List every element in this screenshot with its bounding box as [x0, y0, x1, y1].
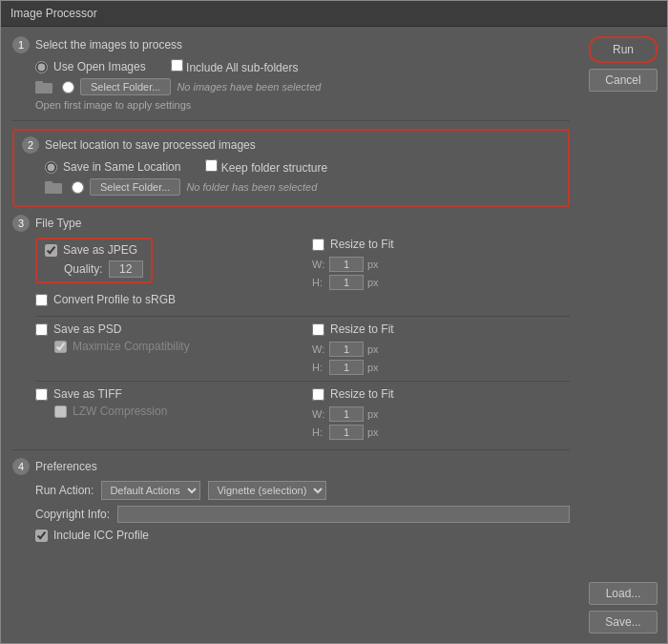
select-folder-button-2[interactable]: Select Folder...: [90, 178, 180, 196]
resize-fit-tiff-label: Resize to Fit: [330, 387, 394, 401]
w-label-jpeg: W:: [312, 259, 325, 270]
resize-fit-jpeg-checkbox[interactable]: [312, 239, 324, 251]
run-button[interactable]: Run: [589, 36, 658, 63]
px-label-jpeg-h: px: [367, 277, 379, 288]
px-label-psd-h: px: [367, 362, 379, 373]
use-open-images-radio[interactable]: [35, 61, 48, 73]
default-actions-select[interactable]: Default Actions: [101, 481, 200, 500]
save-as-tiff-checkbox[interactable]: [35, 388, 48, 401]
section-2-box: 2 Select location to save processed imag…: [12, 129, 570, 207]
height-input-psd[interactable]: [329, 360, 364, 375]
resize-fit-tiff-checkbox[interactable]: [312, 388, 324, 401]
left-panel: 1 Select the images to process Use Open …: [1, 27, 581, 643]
section-4-number: 4: [12, 458, 30, 475]
convert-srgb-label: Convert Profile to sRGB: [53, 293, 176, 306]
title-bar: Image Processor: [1, 1, 667, 27]
window-title: Image Processor: [10, 7, 97, 20]
section-4-title: Preferences: [35, 460, 97, 473]
save-as-psd-label: Save as PSD: [53, 322, 121, 336]
section-2-title: Select location to save processed images: [45, 138, 256, 152]
px-label-tiff: px: [367, 408, 379, 420]
select-folder-button-1[interactable]: Select Folder...: [80, 78, 171, 95]
folder-icon-1: [35, 79, 54, 94]
quality-label: Quality:: [64, 262, 103, 276]
save-as-tiff-label: Save as TIFF: [53, 387, 122, 401]
section-1-number: 1: [12, 36, 30, 53]
keep-folder-structure-label: Keep folder structure: [221, 161, 327, 175]
section-3-number: 3: [12, 215, 30, 232]
no-folder-text: No folder has been selected: [186, 181, 317, 193]
include-subfolders-label: Include All sub-folders: [186, 61, 298, 74]
maximize-compat-label: Maximize Compatibility: [73, 340, 190, 353]
section-2-number: 2: [22, 136, 39, 154]
run-action-label: Run Action:: [35, 484, 94, 497]
copyright-input[interactable]: [117, 506, 570, 523]
width-input-psd[interactable]: [329, 342, 364, 357]
section-1: 1 Select the images to process Use Open …: [12, 36, 570, 111]
px-label-jpeg: px: [367, 259, 379, 270]
resize-fit-jpeg-label: Resize to Fit: [330, 238, 394, 251]
resize-fit-psd-label: Resize to Fit: [330, 322, 394, 336]
cancel-button[interactable]: Cancel: [589, 69, 658, 92]
quality-input[interactable]: [109, 260, 143, 278]
include-icc-checkbox[interactable]: [35, 530, 48, 542]
h-label-jpeg: H:: [312, 277, 325, 288]
keep-folder-structure-checkbox[interactable]: [205, 159, 218, 172]
include-subfolders-container: Include All sub-folders: [171, 59, 299, 74]
save-same-location-label: Save in Same Location: [63, 160, 180, 174]
lzw-label: LZW Compression: [73, 405, 167, 418]
keep-folder-container: Keep folder structure: [205, 159, 327, 175]
svg-rect-3: [45, 181, 52, 185]
w-label-psd: W:: [312, 343, 325, 355]
width-input-jpeg[interactable]: [329, 257, 364, 272]
jpeg-box: Save as JPEG Quality:: [35, 238, 153, 283]
w-label-tiff: W:: [312, 408, 325, 420]
use-open-images-label: Use Open Images: [53, 60, 146, 73]
width-input-tiff[interactable]: [329, 406, 364, 422]
save-button[interactable]: Save...: [589, 611, 658, 634]
save-as-jpeg-checkbox[interactable]: [45, 244, 57, 257]
select-folder-radio[interactable]: [62, 81, 74, 93]
no-images-text: No images have been selected: [177, 81, 321, 93]
folder-icon-2: [45, 179, 64, 195]
maximize-compat-checkbox[interactable]: [54, 341, 67, 353]
h-label-psd: H:: [312, 362, 325, 373]
save-as-jpeg-label: Save as JPEG: [63, 243, 137, 257]
include-icc-label: Include ICC Profile: [53, 529, 149, 542]
save-folder-radio[interactable]: [72, 181, 84, 194]
vignette-select[interactable]: Vignette (selection): [208, 481, 326, 500]
include-subfolders-checkbox[interactable]: [171, 59, 183, 72]
save-same-location-radio[interactable]: [45, 161, 57, 174]
copyright-label: Copyright Info:: [35, 508, 110, 521]
section-3: 3 File Type Save as JPEG: [12, 215, 570, 440]
px-label-tiff-h: px: [367, 426, 379, 438]
save-as-psd-checkbox[interactable]: [35, 323, 48, 336]
height-input-tiff[interactable]: [329, 425, 364, 440]
px-label-psd: px: [367, 343, 379, 355]
height-input-jpeg[interactable]: [329, 275, 364, 290]
section-4: 4 Preferences Run Action: Default Action…: [12, 458, 570, 542]
image-processor-window: Image Processor 1 Select the images to p…: [0, 0, 668, 644]
svg-rect-1: [35, 81, 43, 85]
convert-srgb-checkbox[interactable]: [35, 294, 48, 306]
section-3-title: File Type: [35, 217, 81, 230]
right-panel: Run Cancel Load... Save...: [581, 27, 667, 643]
section-1-title: Select the images to process: [35, 38, 182, 52]
load-button[interactable]: Load...: [589, 582, 658, 605]
lzw-checkbox[interactable]: [54, 405, 67, 418]
h-label-tiff: H:: [312, 426, 325, 438]
open-first-image-label: Open first image to apply settings: [35, 99, 191, 111]
resize-fit-psd-checkbox[interactable]: [312, 323, 324, 336]
